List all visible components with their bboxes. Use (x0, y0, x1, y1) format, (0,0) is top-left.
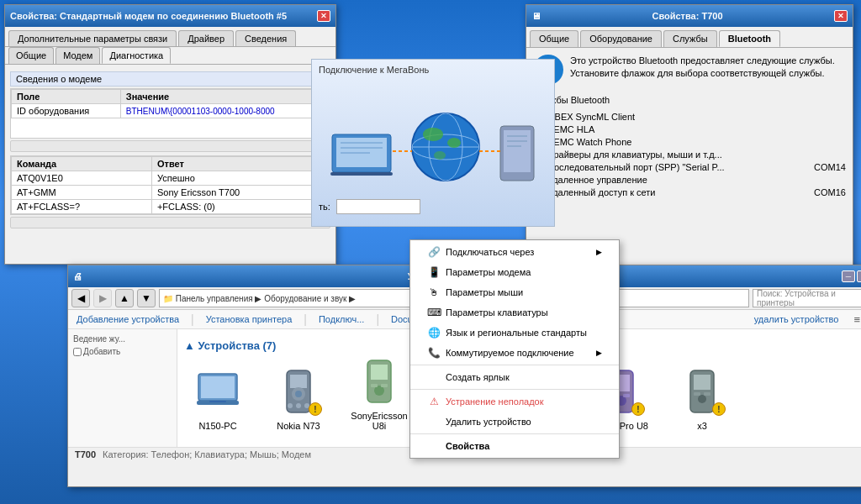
fm-view-btn[interactable]: ≡ (853, 313, 860, 326)
megavon-label: Подключение к МегаВонь (312, 60, 554, 80)
fm-search-bar[interactable]: Поиск: Устройства и принтеры 🔍 (753, 289, 861, 307)
fm-max-btn[interactable]: □ (857, 270, 861, 282)
fm-up-btn[interactable]: ▲ (115, 289, 134, 307)
svg-rect-35 (381, 384, 388, 387)
ctx-shortcut-label: Создать ярлык (446, 372, 510, 382)
cmd-atq: ATQ0V1E0 (12, 171, 152, 186)
ctx-remove-icon (427, 415, 441, 428)
modem-controls: ✕ (317, 10, 330, 22)
bt-service-remote-ctrl-label: Удаленное управление (547, 175, 647, 185)
ctx-properties[interactable]: Свойства (410, 436, 619, 456)
fm-remove-device-btn[interactable]: удалить устройство (753, 314, 841, 324)
cmd-col-response: Ответ (151, 157, 329, 171)
vivaz-warn-badge: ! (631, 402, 645, 416)
se-u8i-name: SonyEricsson U8i (346, 411, 413, 431)
cmd-hscroll[interactable] (10, 217, 330, 228)
tab-general-t700[interactable]: Общие (530, 30, 578, 47)
modem-tabs-row2: Общие Модем Диагностика (5, 47, 335, 65)
tab-services-t700[interactable]: Службы (663, 30, 717, 47)
svg-rect-2 (330, 172, 393, 176)
t700-close-btn[interactable]: ✕ (834, 10, 848, 22)
ctx-mouse-params[interactable]: 🖱 Параметры мыши (410, 282, 619, 302)
ctx-language[interactable]: 🌐 Язык и региональные стандарты (410, 323, 619, 343)
modem-col-value: Значение (120, 90, 329, 104)
ctx-dialup[interactable]: 📞 Коммутируемое подключение (410, 343, 619, 363)
ctx-keyboard-params[interactable]: ⌨ Параметры клавиатуры (410, 302, 619, 323)
ctx-language-label: Язык и региональные стандарты (446, 328, 587, 338)
list-item[interactable]: ! x3 (668, 365, 736, 431)
bt-service-serial-label: Последовательный порт (SPP) "Serial P... (547, 162, 725, 172)
fm-min-btn[interactable]: ─ (842, 270, 855, 282)
list-item[interactable]: SonyEricsson U8i (346, 355, 413, 431)
svg-rect-23 (209, 401, 226, 402)
fm-add-printer-btn[interactable]: Установка принтера (204, 314, 294, 324)
ctx-connect-via[interactable]: 🔗 Подключаться через (410, 242, 619, 262)
ctx-modem-params[interactable]: 📱 Параметры модема (410, 262, 619, 282)
ctx-mouse-icon: 🖱 (427, 286, 441, 299)
resp-atfclass: +FCLASS: (0) (151, 200, 329, 214)
svg-rect-55 (694, 375, 710, 390)
cmd-col-command: Команда (12, 157, 152, 171)
ctx-keyboard-label: Параметры клавиатуры (446, 307, 548, 318)
megavon-field-input[interactable] (336, 199, 420, 214)
tab-driver[interactable]: Драйвер (178, 30, 234, 46)
svg-rect-58 (704, 392, 710, 396)
tab-general[interactable]: Общие (8, 47, 54, 64)
tab-modem[interactable]: Модем (55, 47, 100, 64)
ctx-warning-icon: ⚠ (427, 395, 441, 408)
bt-service-obex-label: OBEX SyncML Client (547, 112, 635, 122)
bt-service-remote-access: Удаленный доступ к сети COM16 (533, 186, 846, 198)
fm-add-device-btn[interactable]: Добавление устройства (75, 314, 181, 324)
ctx-shortcut-icon (427, 370, 441, 384)
svg-rect-21 (201, 376, 235, 398)
tab-additional-params[interactable]: Дополнительные параметры связи (8, 30, 177, 46)
tab-diagnostics[interactable]: Диагностика (102, 47, 171, 64)
bt-service-remote-access-label: Удаленный доступ к сети (547, 187, 655, 197)
ctx-create-shortcut[interactable]: Создать ярлык (410, 367, 619, 387)
fm-title-icon: 🖨 (73, 271, 82, 281)
modem-tabs-row1: Дополнительные параметры связи Драйвер С… (5, 27, 335, 47)
ctx-remove-device[interactable]: Удалить устройство (410, 412, 619, 432)
modem-close-btn[interactable]: ✕ (317, 10, 330, 22)
bt-service-obex: OBEX SyncML Client (533, 110, 846, 123)
phone-se-icon (361, 359, 398, 406)
tab-hardware-t700[interactable]: Оборудование (580, 30, 662, 47)
bt-service-semc-watch-label: SEMC Watch Phone (547, 137, 631, 147)
resp-atgmm: Sony Ericsson T700 (151, 186, 329, 200)
resp-atq: Успешно (151, 171, 329, 186)
fm-status-category: Категория: Телефон; Клавиатура; Мышь; Мо… (103, 449, 311, 459)
svg-point-27 (295, 391, 302, 397)
svg-rect-25 (290, 375, 307, 388)
t700-tabs: Общие Оборудование Службы Bluetooth (526, 27, 853, 48)
x3-name: x3 (697, 421, 707, 431)
fm-sep2: | (304, 312, 307, 326)
ctx-troubleshoot[interactable]: ⚠ Устранение неполадок (410, 391, 619, 412)
fm-recent-btn[interactable]: ▼ (137, 289, 156, 307)
fm-connect-btn[interactable]: Подключ... (317, 314, 366, 324)
ctx-language-icon: 🌐 (427, 326, 441, 339)
nokia-icon-wrap: ! (272, 365, 325, 419)
svg-rect-53 (623, 394, 630, 397)
modem-window: Свойства: Стандартный модем по соединени… (4, 4, 336, 265)
bt-services-list: OBEX SyncML Client SEMC HLA SEMC Watch P… (526, 108, 853, 200)
fm-forward-btn[interactable]: ▶ (93, 289, 112, 307)
bt-service-drivers-label: Драйверы для клавиатуры, мыши и т.д... (547, 150, 722, 160)
tab-info[interactable]: Сведения (235, 30, 296, 46)
t700-title-icon: 🖥 (531, 11, 541, 21)
se-u8i-icon-wrap (352, 355, 406, 409)
ctx-properties-label: Свойства (446, 441, 489, 451)
svg-rect-34 (371, 384, 378, 387)
illustration-svg (324, 84, 542, 193)
t700-controls: ✕ (834, 10, 848, 22)
list-item[interactable]: N150-PC (184, 365, 251, 431)
tab-bluetooth-t700[interactable]: Bluetooth (719, 30, 780, 47)
n150-icon-wrap (191, 365, 245, 419)
fm-status-device: T700 (75, 449, 96, 459)
megavon-input-row: ть: (312, 197, 554, 216)
bt-service-serial-com: COM14 (814, 162, 846, 172)
modem-hscroll[interactable] (10, 140, 330, 152)
fm-back-btn[interactable]: ◀ (71, 289, 90, 307)
svg-point-29 (296, 403, 301, 408)
fm-add-check[interactable] (73, 348, 82, 356)
list-item[interactable]: ! Nokia N73 (265, 365, 332, 431)
